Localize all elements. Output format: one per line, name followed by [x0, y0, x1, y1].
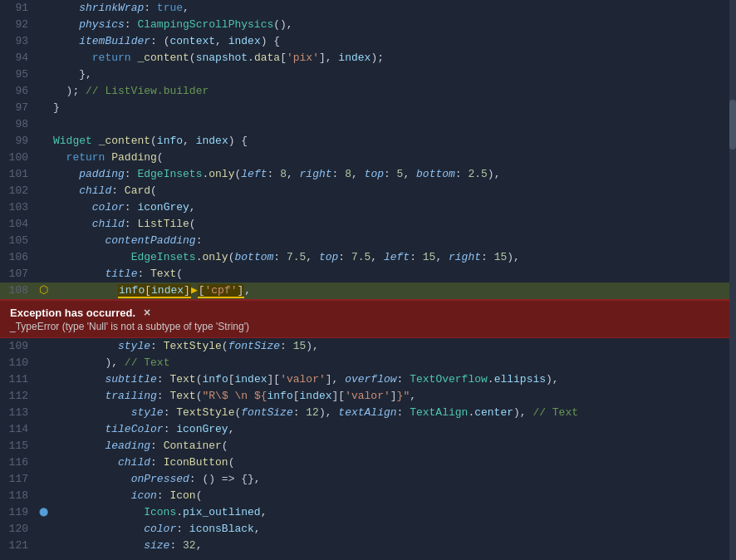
exception-message: _TypeError (type 'Null' is not a subtype…	[10, 321, 726, 332]
line-110: 110 ), // Text	[0, 355, 736, 371]
line-num-117: 117	[0, 471, 35, 488]
line-100: 100 return Padding(	[0, 150, 736, 166]
line-content-92: physics: ClampingScrollPhysics(),	[52, 17, 736, 33]
line-95: 95 },	[0, 66, 736, 83]
line-num-112: 112	[0, 388, 35, 405]
line-content-119: Icons.pix_outlined,	[52, 504, 736, 521]
line-content-98	[52, 116, 736, 133]
line-content-120: color: iconsBlack,	[52, 521, 736, 538]
line-content-107: title: Text(	[52, 266, 736, 282]
line-content-105: contentPadding:	[52, 233, 736, 249]
line-113: 113 style: TextStyle(fontSize: 12), text…	[0, 405, 736, 421]
code-area[interactable]: 91 shrinkWrap: true, 92 physics: Clampin…	[0, 0, 736, 560]
line-120: 120 color: iconsBlack,	[0, 521, 736, 538]
exception-bar: Exception has occurred. × _TypeError (ty…	[0, 299, 736, 338]
line-119: 119 ⬤ Icons.pix_outlined,	[0, 504, 736, 521]
line-num-119: 119	[0, 504, 35, 521]
line-content-102: child: Card(	[52, 183, 736, 199]
top-code-block: 91 shrinkWrap: true, 92 physics: Clampin…	[0, 0, 736, 299]
line-num-113: 113	[0, 405, 35, 421]
line-num-93: 93	[0, 33, 35, 50]
exception-title-row: Exception has occurred. ×	[10, 306, 726, 319]
line-num-109: 109	[0, 338, 35, 355]
line-num-111: 111	[0, 371, 35, 388]
line-94: 94 return _content(snapshot.data['pix'],…	[0, 50, 736, 66]
line-num-99: 99	[0, 133, 35, 150]
line-num-107: 107	[0, 266, 35, 282]
line-96: 96 ); // ListView.builder	[0, 83, 736, 100]
line-num-100: 100	[0, 150, 35, 166]
line-num-116: 116	[0, 454, 35, 471]
line-102: 102 child: Card(	[0, 183, 736, 199]
line-num-94: 94	[0, 50, 35, 66]
bottom-code-block: 109 style: TextStyle(fontSize: 15), 110 …	[0, 338, 736, 554]
line-106: 106 EdgeInsets.only(bottom: 7.5, top: 7.…	[0, 249, 736, 266]
line-content-99: Widget _content(info, index) {	[52, 133, 736, 150]
line-118: 118 icon: Icon(	[0, 488, 736, 504]
line-98: 98	[0, 116, 736, 133]
line-content-115: leading: Container(	[52, 438, 736, 454]
line-111: 111 subtitle: Text(info[index]['valor'],…	[0, 371, 736, 388]
line-content-108: info[index]▶['cpf'],	[52, 282, 736, 299]
line-num-110: 110	[0, 355, 35, 371]
line-num-98: 98	[0, 116, 35, 133]
line-num-105: 105	[0, 233, 35, 249]
line-content-96: ); // ListView.builder	[52, 83, 736, 100]
exception-close-button[interactable]: ×	[144, 306, 150, 319]
line-116: 116 child: IconButton(	[0, 454, 736, 471]
line-content-121: size: 32,	[52, 538, 736, 554]
line-content-117: onPressed: () => {},	[52, 471, 736, 488]
line-content-114: tileColor: iconGrey,	[52, 421, 736, 438]
line-content-116: child: IconButton(	[52, 454, 736, 471]
line-content-94: return _content(snapshot.data['pix'], in…	[52, 50, 736, 66]
line-num-97: 97	[0, 100, 35, 116]
line-content-106: EdgeInsets.only(bottom: 7.5, top: 7.5, l…	[52, 249, 736, 266]
line-num-96: 96	[0, 83, 35, 100]
line-num-108: 108	[0, 282, 35, 299]
line-num-101: 101	[0, 166, 35, 183]
line-92: 92 physics: ClampingScrollPhysics(),	[0, 17, 736, 33]
line-num-114: 114	[0, 421, 35, 438]
line-content-110: ), // Text	[52, 355, 736, 371]
line-97: 97 }	[0, 100, 736, 116]
exception-title-text: Exception has occurred.	[10, 307, 135, 319]
line-content-103: color: iconGrey,	[52, 199, 736, 216]
line-content-118: icon: Icon(	[52, 488, 736, 504]
line-content-109: style: TextStyle(fontSize: 15),	[52, 338, 736, 355]
line-content-101: padding: EdgeInsets.only(left: 8, right:…	[52, 166, 736, 183]
line-104: 104 child: ListTile(	[0, 216, 736, 233]
line-num-103: 103	[0, 199, 35, 216]
scrollbar-thumb[interactable]	[729, 100, 736, 150]
line-114: 114 tileColor: iconGrey,	[0, 421, 736, 438]
line-content-104: child: ListTile(	[52, 216, 736, 233]
line-num-106: 106	[0, 249, 35, 266]
line-num-102: 102	[0, 183, 35, 199]
line-num-120: 120	[0, 521, 35, 538]
line-content-91: shrinkWrap: true,	[52, 0, 736, 17]
line-109: 109 style: TextStyle(fontSize: 15),	[0, 338, 736, 355]
line-num-118: 118	[0, 488, 35, 504]
line-content-111: subtitle: Text(info[index]['valor'], ove…	[52, 371, 736, 388]
scrollbar[interactable]	[729, 0, 736, 560]
line-num-121: 121	[0, 538, 35, 554]
line-115: 115 leading: Container(	[0, 438, 736, 454]
line-content-97: }	[52, 100, 736, 116]
line-content-100: return Padding(	[52, 150, 736, 166]
line-93: 93 itemBuilder: (context, index) {	[0, 33, 736, 50]
line-num-95: 95	[0, 66, 35, 83]
line-103: 103 color: iconGrey,	[0, 199, 736, 216]
line-content-112: trailing: Text("R\$ \n ${info[index]['va…	[52, 388, 736, 405]
line-105: 105 contentPadding:	[0, 233, 736, 249]
line-content-95: },	[52, 66, 736, 83]
gutter-119: ⬤	[35, 504, 52, 521]
line-num-92: 92	[0, 17, 35, 33]
gutter-108: ⬡	[35, 282, 52, 299]
line-content-113: style: TextStyle(fontSize: 12), textAlig…	[52, 405, 736, 421]
line-99: 99 Widget _content(info, index) {	[0, 133, 736, 150]
line-content-93: itemBuilder: (context, index) {	[52, 33, 736, 50]
line-107: 107 title: Text(	[0, 266, 736, 282]
editor-container: 91 shrinkWrap: true, 92 physics: Clampin…	[0, 0, 736, 560]
line-101: 101 padding: EdgeInsets.only(left: 8, ri…	[0, 166, 736, 183]
line-108: 108 ⬡ info[index]▶['cpf'],	[0, 282, 736, 299]
line-num-91: 91	[0, 0, 35, 17]
